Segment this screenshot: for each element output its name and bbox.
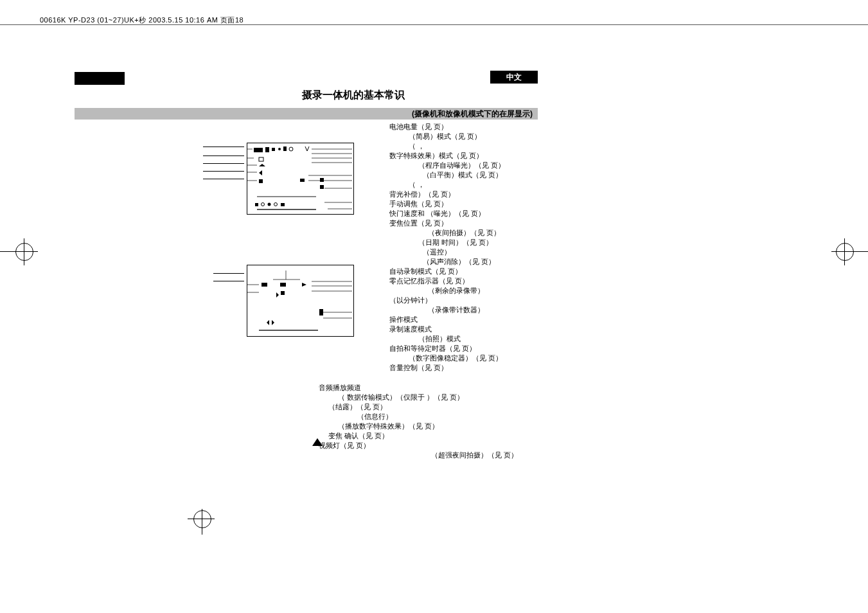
callout-line: （ ， [389, 180, 579, 190]
callout-line: （超强夜间拍摄）（见 页） [319, 450, 595, 460]
svg-point-29 [274, 203, 278, 206]
page-title: 摄录一体机的基本常识 [302, 89, 405, 102]
svg-rect-2 [272, 148, 275, 151]
callout-line: 视频灯（见 页） [319, 441, 595, 450]
callout-line: 快门速度和 （曝光）（见 页） [389, 209, 579, 218]
callout-line: 自动录制模式（见 页） [389, 267, 579, 276]
svg-point-3 [278, 148, 281, 150]
svg-rect-42 [261, 283, 267, 287]
svg-rect-25 [320, 185, 324, 189]
up-triangle-icon [312, 438, 323, 446]
callout-line: 变焦 确认（见 页） [319, 431, 595, 441]
callout-line: （日期 时间）（见 页） [389, 238, 579, 247]
svg-point-28 [268, 203, 271, 206]
language-label: 中文 [490, 71, 538, 84]
callout-line: （剩余的录像带） [389, 286, 579, 296]
crop-mark-left [0, 243, 32, 262]
callout-line: 操作模式 [389, 315, 579, 324]
svg-rect-49 [259, 330, 318, 331]
svg-marker-44 [302, 283, 306, 287]
callout-line: 音量控制（见 页） [389, 363, 579, 373]
svg-rect-22 [259, 179, 263, 183]
callout-line: （风声消除）（见 页） [389, 257, 579, 267]
osd-diagram-player [247, 265, 354, 337]
svg-rect-23 [300, 179, 305, 182]
svg-rect-32 [257, 196, 316, 197]
callout-line: 变焦位置（见 页） [389, 218, 579, 228]
page-number-block [75, 72, 125, 85]
svg-marker-48 [272, 320, 274, 325]
osd-icons-2 [247, 265, 352, 335]
callout-line: （程序自动曝光）（见 页） [389, 161, 579, 170]
leader-lines-left-1 [203, 145, 244, 209]
svg-rect-26 [255, 203, 258, 206]
leader-lines-left-2 [203, 267, 244, 331]
callout-line: （简易）模式（见 页） [389, 132, 579, 141]
top-border [0, 24, 868, 31]
bottom-callout-list: 音频播放频道（ 数据传输模式）（仅限于 ）（见 页）（结露）（见 页）（信息行）… [319, 383, 595, 460]
callout-line: （播放数字特殊效果）（见 页） [319, 422, 595, 431]
callout-line: 自拍和等待定时器（见 页） [389, 344, 579, 353]
svg-marker-47 [267, 320, 269, 325]
callout-line: 电池电量（见 页） [389, 122, 579, 132]
callout-line: 音频播放频道 [319, 383, 595, 393]
callout-line: 数字特殊效果）模式（见 页） [389, 151, 579, 161]
callout-line: （以分钟计） [389, 296, 579, 305]
section-header-bar: (摄像机和放像机模式下的在屏显示) [75, 108, 538, 120]
osd-diagram-camera [247, 143, 354, 215]
print-header: 00616K YP-D23 (01~27)UK+秒 2003.5.15 10:1… [40, 15, 244, 25]
callout-line: （遥控） [389, 247, 579, 257]
svg-rect-45 [281, 291, 285, 295]
callout-line: （数字图像稳定器）（见 页） [389, 353, 579, 363]
svg-rect-24 [320, 178, 324, 182]
callout-list: 电池电量（见 页）（简易）模式（见 页）（ ，数字特殊效果）模式（见 页）（程序… [389, 122, 579, 373]
osd-icons-1 [247, 143, 352, 213]
callout-line: （夜间拍摄）（见 页） [389, 228, 579, 238]
callout-line: 背光补偿）（见 页） [389, 190, 579, 199]
svg-point-27 [261, 203, 265, 206]
svg-rect-1 [265, 147, 269, 152]
callout-line: （结露）（见 页） [319, 402, 595, 412]
svg-rect-4 [283, 147, 287, 151]
svg-rect-43 [280, 283, 286, 287]
svg-rect-46 [319, 309, 323, 315]
callout-line: （信息行） [319, 412, 595, 422]
callout-line: （拍照）模式 [389, 334, 579, 344]
section-header-text: (摄像机和放像机模式下的在屏显示) [412, 108, 533, 120]
svg-rect-20 [259, 157, 263, 161]
svg-point-5 [289, 147, 293, 151]
svg-rect-30 [281, 203, 285, 206]
svg-marker-21 [259, 170, 262, 175]
svg-rect-31 [257, 209, 316, 210]
callout-line: （ ， [389, 141, 579, 151]
svg-rect-0 [254, 148, 263, 152]
callout-line: 手动调焦（见 页） [389, 199, 579, 209]
callout-line: 零点记忆指示器（见 页） [389, 276, 579, 286]
callout-line: （录像带计数器） [389, 305, 579, 315]
callout-line: （ 数据传输模式）（仅限于 ）（见 页） [319, 393, 595, 402]
callout-line: 录制速度模式 [389, 324, 579, 334]
manual-page: 中文 摄录一体机的基本常识 (摄像机和放像机模式下的在屏显示) [75, 57, 538, 519]
crop-mark-right [836, 243, 868, 262]
callout-line: （白平衡）模式（见 页） [389, 170, 579, 180]
